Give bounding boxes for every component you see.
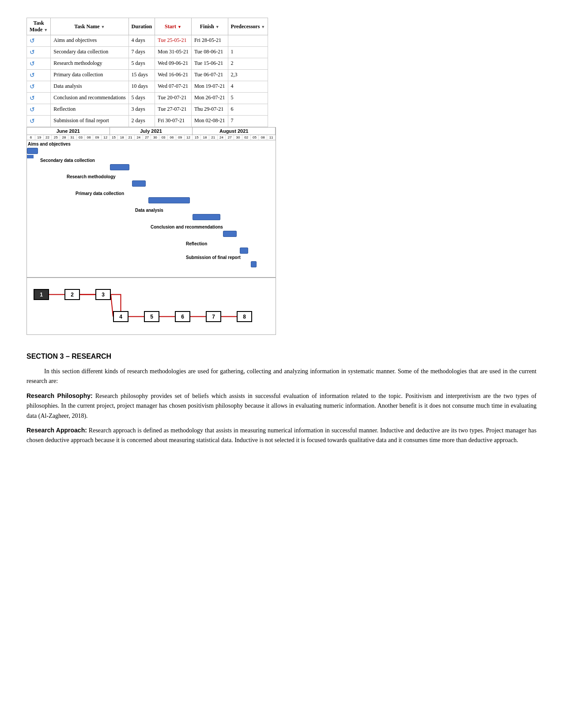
task-mode-cell: ↺ bbox=[27, 116, 51, 127]
task-start-cell: Tue 25-05-21 bbox=[155, 35, 192, 47]
gantt-day: 09 bbox=[93, 135, 102, 140]
gantt-day: 09 bbox=[176, 135, 185, 140]
task-start-cell: Tue 27-07-21 bbox=[155, 104, 192, 116]
task-mode-icon: ↺ bbox=[30, 95, 35, 101]
network-node-2: 2 bbox=[64, 289, 80, 300]
gantt-day: 6 bbox=[27, 135, 35, 140]
col-start[interactable]: Start ▼ bbox=[155, 18, 192, 35]
table-row: ↺Research methodology5 daysWed 09-06-21T… bbox=[27, 58, 268, 70]
gantt-task-label: Primary data collection bbox=[76, 191, 124, 196]
section3-intro: In this section different kinds of resea… bbox=[26, 367, 537, 387]
gantt-task-label: Reflection bbox=[186, 241, 207, 246]
task-name-cell: Submission of final report bbox=[51, 116, 128, 127]
table-row: ↺Data analysis10 daysWed 07-07-21Mon 19-… bbox=[27, 81, 268, 93]
task-duration-cell: 7 days bbox=[128, 47, 155, 58]
task-mode-cell: ↺ bbox=[27, 93, 51, 104]
task-name-cell: Secondary data collection bbox=[51, 47, 128, 58]
task-finish-cell: Tue 08-06-21 bbox=[191, 47, 228, 58]
task-finish-cell: Fri 28-05-21 bbox=[191, 35, 228, 47]
gantt-day: 25 bbox=[52, 135, 60, 140]
gantt-bar bbox=[148, 197, 190, 203]
task-predecessors-cell: 1 bbox=[228, 47, 268, 58]
gantt-day: 22 bbox=[44, 135, 52, 140]
gantt-day: 19 bbox=[35, 135, 44, 140]
approach-para: Research Approach: Research approach is … bbox=[26, 425, 537, 446]
gantt-day: 02 bbox=[242, 135, 251, 140]
network-node-8: 8 bbox=[237, 311, 252, 322]
network-node-3: 3 bbox=[95, 289, 111, 300]
task-mode-cell: ↺ bbox=[27, 104, 51, 116]
gantt-month-july: July 2021 bbox=[110, 128, 193, 135]
task-duration-cell: 5 days bbox=[128, 58, 155, 70]
task-table: TaskMode ▼ Task Name ▼ Duration Start ▼ … bbox=[26, 18, 268, 127]
table-row: ↺Aims and objectives4 daysTue 25-05-21Fr… bbox=[27, 35, 268, 47]
gantt-day: 15 bbox=[193, 135, 201, 140]
gantt-day: 06 bbox=[85, 135, 93, 140]
project-schedule-section: TaskMode ▼ Task Name ▼ Duration Start ▼ … bbox=[26, 18, 537, 335]
task-duration-cell: 10 days bbox=[128, 81, 155, 93]
task-mode-cell: ↺ bbox=[27, 81, 51, 93]
col-predecessors[interactable]: Predecessors ▼ bbox=[228, 18, 268, 35]
task-table-wrapper: TaskMode ▼ Task Name ▼ Duration Start ▼ … bbox=[26, 18, 268, 127]
task-mode-icon: ↺ bbox=[30, 49, 35, 56]
gantt-day: 03 bbox=[159, 135, 168, 140]
col-task-mode[interactable]: TaskMode ▼ bbox=[27, 18, 51, 35]
task-predecessors-cell: 2,3 bbox=[228, 70, 268, 81]
philosophy-bold: Research Philosophy: bbox=[26, 392, 93, 399]
task-finish-cell: Tue 15-06-21 bbox=[191, 58, 228, 70]
task-mode-cell: ↺ bbox=[27, 58, 51, 70]
task-predecessors-cell bbox=[228, 35, 268, 47]
gantt-bar bbox=[223, 231, 237, 237]
task-duration-cell: 5 days bbox=[128, 93, 155, 104]
gantt-day: 08 bbox=[259, 135, 267, 140]
task-name-cell: Primary data collection bbox=[51, 70, 128, 81]
gantt-day: 28 bbox=[60, 135, 68, 140]
task-start-cell: Tue 20-07-21 bbox=[155, 93, 192, 104]
task-finish-cell: Mon 02-08-21 bbox=[191, 116, 228, 127]
task-finish-cell: Mon 19-07-21 bbox=[191, 81, 228, 93]
gantt-chart: June 2021 July 2021 August 2021 61922252… bbox=[26, 127, 276, 278]
gantt-bar bbox=[251, 261, 257, 267]
gantt-task-label: Data analysis bbox=[135, 208, 163, 213]
table-row: ↺Submission of final report2 daysFri 30-… bbox=[27, 116, 268, 127]
col-duration[interactable]: Duration bbox=[128, 18, 155, 35]
task-start-cell: Wed 16-06-21 bbox=[155, 70, 192, 81]
gantt-day: 24 bbox=[135, 135, 143, 140]
gantt-month-june: June 2021 bbox=[27, 128, 110, 135]
task-start-cell: Wed 07-07-21 bbox=[155, 81, 192, 93]
section3-heading: SECTION 3 – RESEARCH bbox=[26, 353, 537, 360]
gantt-day: 21 bbox=[209, 135, 218, 140]
gantt-bar bbox=[27, 148, 38, 154]
gantt-bar bbox=[240, 248, 248, 254]
gantt-bar bbox=[132, 180, 146, 187]
task-duration-cell: 4 days bbox=[128, 35, 155, 47]
gantt-day: 12 bbox=[102, 135, 110, 140]
task-duration-cell: 2 days bbox=[128, 116, 155, 127]
gantt-task-label: Secondary data collection bbox=[40, 158, 95, 163]
table-row: ↺Reflection3 daysTue 27-07-21Thu 29-07-2… bbox=[27, 104, 268, 116]
gantt-task-label: Research methodology bbox=[67, 174, 116, 179]
task-mode-cell: ↺ bbox=[27, 35, 51, 47]
gantt-day: 21 bbox=[126, 135, 135, 140]
col-finish[interactable]: Finish ▼ bbox=[191, 18, 228, 35]
task-finish-cell: Tue 06-07-21 bbox=[191, 70, 228, 81]
col-task-name[interactable]: Task Name ▼ bbox=[51, 18, 128, 35]
gantt-day: 18 bbox=[118, 135, 126, 140]
task-name-cell: Conclusion and recommendations bbox=[51, 93, 128, 104]
gantt-day: 12 bbox=[185, 135, 193, 140]
task-name-cell: Research methodology bbox=[51, 58, 128, 70]
gantt-small-bar bbox=[27, 155, 34, 158]
gantt-task-label: Conclusion and recommendations bbox=[151, 225, 223, 229]
task-predecessors-cell: 4 bbox=[228, 81, 268, 93]
gantt-day: 30 bbox=[151, 135, 159, 140]
network-node-5: 5 bbox=[144, 311, 159, 322]
gantt-day: 05 bbox=[251, 135, 259, 140]
gantt-month-august: August 2021 bbox=[193, 128, 276, 135]
task-finish-cell: Mon 26-07-21 bbox=[191, 93, 228, 104]
task-mode-icon: ↺ bbox=[30, 72, 35, 79]
gantt-day: 27 bbox=[226, 135, 234, 140]
task-predecessors-cell: 5 bbox=[228, 93, 268, 104]
gantt-bar bbox=[193, 214, 220, 220]
task-duration-cell: 3 days bbox=[128, 104, 155, 116]
network-diagram: 12345678 bbox=[26, 278, 276, 335]
